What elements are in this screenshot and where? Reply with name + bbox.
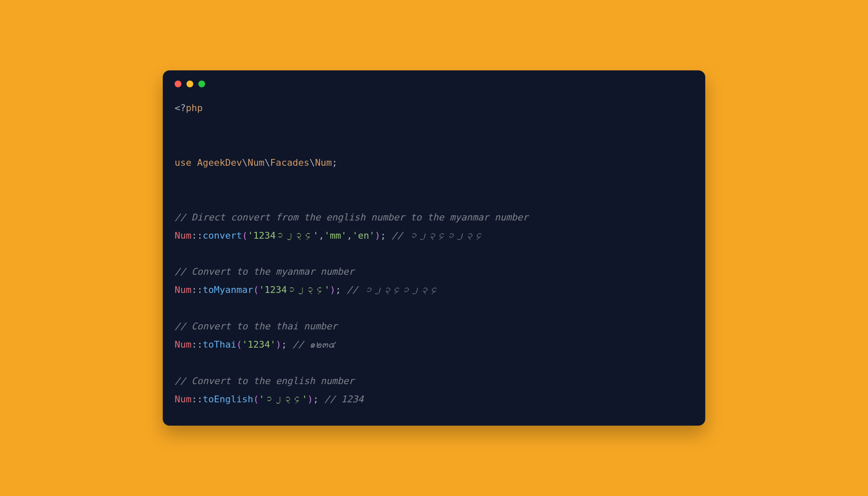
backslash: \ — [309, 157, 315, 168]
window-titlebar — [163, 70, 705, 91]
method-name: toMyanmar — [203, 284, 253, 295]
maximize-icon[interactable] — [198, 81, 205, 87]
semicolon: ; — [313, 394, 318, 404]
code-comment: // Convert to the thai number — [175, 321, 337, 332]
space — [287, 339, 292, 350]
backslash: \ — [242, 157, 248, 168]
paren-close: ) — [307, 394, 313, 404]
close-icon[interactable] — [175, 81, 181, 87]
semicolon: ; — [335, 284, 341, 295]
string-arg: '1234' — [242, 339, 275, 350]
code-comment: // Direct convert from the english numbe… — [175, 212, 528, 223]
class-ref: Num — [175, 394, 192, 404]
paren-close: ) — [375, 230, 380, 241]
inline-comment: // 1234 — [324, 394, 364, 404]
inline-comment: // ၁၂၃၄၁၂၃၄ — [392, 230, 483, 241]
paren-open: ( — [253, 394, 259, 404]
namespace-part: Facades — [270, 157, 309, 168]
code-content: <?php use AgeekDev\Num\Facades\Num; // D… — [163, 91, 705, 425]
namespace-part: AgeekDev — [197, 157, 242, 168]
inline-comment: // ၁၂၃၄၁၂၃၄ — [347, 284, 438, 295]
paren-open: ( — [236, 339, 242, 350]
method-name: convert — [203, 230, 242, 241]
string-arg: '1234၁၂၃၄' — [248, 230, 318, 241]
space — [319, 394, 324, 404]
scope-op: :: — [192, 284, 203, 295]
semicolon: ; — [380, 230, 386, 241]
paren-close: ) — [330, 284, 335, 295]
code-comment: // Convert to the myanmar number — [175, 266, 354, 277]
namespace-part: Num — [248, 157, 264, 168]
comma: , — [347, 230, 352, 241]
minimize-icon[interactable] — [186, 81, 193, 87]
method-name: toEnglish — [203, 394, 253, 404]
comma: , — [319, 230, 324, 241]
php-tag: php — [186, 103, 203, 113]
string-arg: 'mm' — [324, 230, 347, 241]
code-window: <?php use AgeekDev\Num\Facades\Num; // D… — [163, 70, 705, 425]
inline-comment: // ๑๒๓๔ — [292, 339, 335, 350]
use-keyword: use — [175, 157, 192, 168]
semicolon: ; — [281, 339, 287, 350]
string-arg: '၁၂၃၄' — [259, 394, 308, 404]
paren-open: ( — [242, 230, 248, 241]
method-name: toThai — [203, 339, 236, 350]
class-ref: Num — [175, 339, 192, 350]
scope-op: :: — [192, 394, 203, 404]
paren-open: ( — [253, 284, 259, 295]
scope-op: :: — [192, 339, 203, 350]
class-ref: Num — [175, 284, 192, 295]
class-ref: Num — [175, 230, 192, 241]
string-arg: 'en' — [352, 230, 375, 241]
backslash: \ — [264, 157, 270, 168]
space — [192, 157, 197, 168]
string-arg: '1234၁၂၃၄' — [259, 284, 330, 295]
space — [341, 284, 347, 295]
php-open-bracket: <? — [175, 103, 186, 113]
paren-close: ) — [275, 339, 281, 350]
code-comment: // Convert to the english number — [175, 376, 354, 386]
semicolon: ; — [332, 157, 337, 168]
class-name: Num — [315, 157, 332, 168]
scope-op: :: — [192, 230, 203, 241]
space — [386, 230, 392, 241]
